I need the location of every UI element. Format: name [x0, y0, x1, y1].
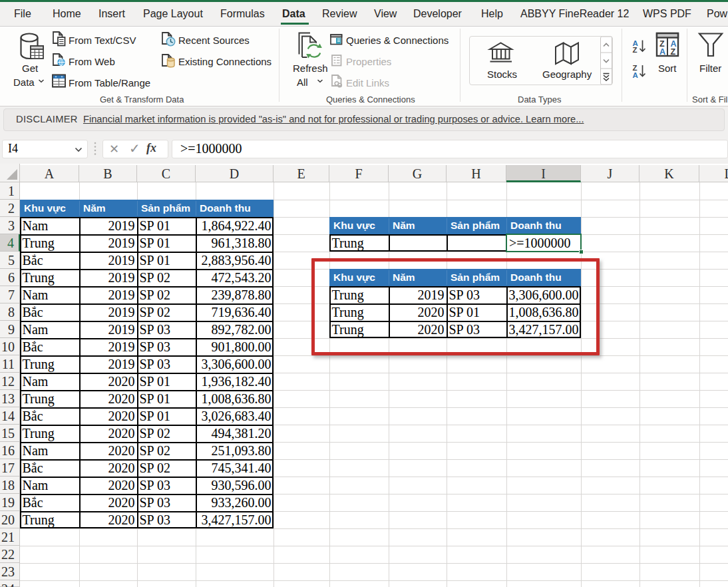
svg-text:A: A	[633, 71, 638, 79]
svg-text:Z: Z	[671, 47, 676, 57]
svg-text:Z: Z	[633, 46, 637, 54]
svg-text:A: A	[659, 47, 665, 57]
